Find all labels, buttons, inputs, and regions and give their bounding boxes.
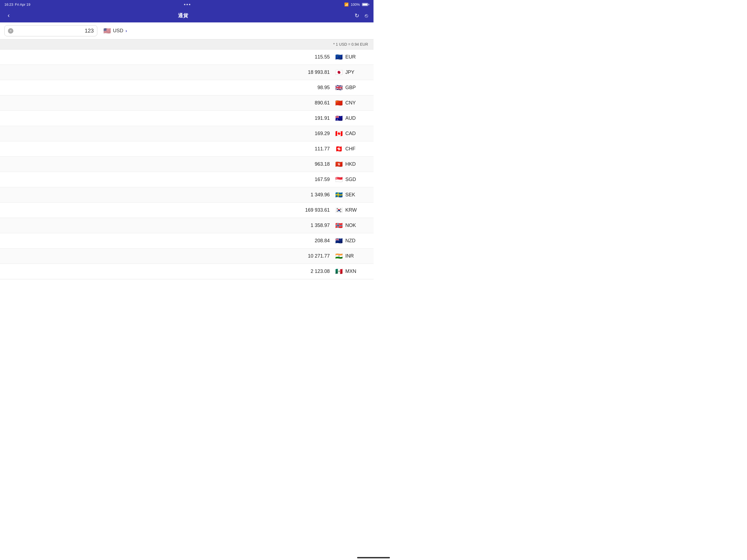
currency-row[interactable]: 18 993.81🇯🇵JPY: [0, 65, 374, 80]
currency-row[interactable]: 208.84🇳🇿NZD: [0, 233, 374, 249]
currency-amount: 115.55: [5, 54, 335, 60]
currency-code-label: AUD: [345, 116, 356, 121]
battery-tip: [368, 4, 369, 5]
currency-flag: 🇨🇦: [335, 130, 343, 137]
currency-row[interactable]: 115.55🇪🇺EUR: [0, 50, 374, 65]
amount-input-box[interactable]: × 123: [4, 25, 97, 36]
currency-flag-code: 🇮🇳INR: [335, 253, 368, 260]
currency-flag: 🇰🇷: [335, 207, 343, 214]
currency-amount: 18 993.81: [5, 70, 335, 75]
currency-flag: 🇦🇺: [335, 115, 343, 122]
currency-row[interactable]: 2 123.08🇲🇽MXN: [0, 264, 374, 279]
base-currency-code: USD: [113, 28, 123, 34]
currency-flag: 🇨🇭: [335, 146, 343, 153]
currency-row[interactable]: 169 933.61🇰🇷KRW: [0, 203, 374, 218]
currency-amount: 167.59: [5, 177, 335, 182]
currency-amount: 169.29: [5, 131, 335, 136]
currency-code-label: HKD: [345, 161, 356, 167]
currency-amount: 1 349.96: [5, 192, 335, 198]
currency-code-label: MXN: [345, 269, 356, 274]
currency-code-label: KRW: [345, 207, 357, 213]
share-icon[interactable]: ⎋: [365, 12, 368, 19]
back-button[interactable]: ‹: [5, 11, 12, 20]
currency-flag-code: 🇦🇺AUD: [335, 115, 368, 122]
battery-body: [362, 3, 368, 6]
currency-amount: 169 933.61: [5, 207, 335, 213]
currency-flag: 🇪🇺: [335, 54, 343, 61]
currency-row[interactable]: 10 271.77🇮🇳INR: [0, 249, 374, 264]
currency-row[interactable]: 451.75🇦🇪AED: [0, 279, 374, 280]
currency-flag-code: 🇬🇧GBP: [335, 84, 368, 91]
currency-flag-code: 🇳🇴NOK: [335, 222, 368, 229]
currency-code-label: EUR: [345, 54, 356, 60]
currency-amount: 208.84: [5, 238, 335, 244]
status-left: 16:23 Fri Apr 19: [4, 2, 30, 6]
currency-row[interactable]: 98.95🇬🇧GBP: [0, 80, 374, 96]
currency-code-label: JPY: [345, 70, 354, 75]
currency-flag-code: 🇭🇰HKD: [335, 161, 368, 168]
refresh-icon[interactable]: ↻: [355, 12, 359, 19]
status-center: [184, 4, 190, 5]
currency-row[interactable]: 169.29🇨🇦CAD: [0, 126, 374, 142]
currency-amount: 10 271.77: [5, 253, 335, 259]
currency-row[interactable]: 191.91🇦🇺AUD: [0, 111, 374, 126]
currency-amount: 963.18: [5, 161, 335, 167]
dot2: [186, 4, 188, 5]
currency-code-label: NOK: [345, 223, 356, 228]
currency-flag: 🇸🇪: [335, 192, 343, 199]
currency-row[interactable]: 963.18🇭🇰HKD: [0, 157, 374, 172]
currency-code-label: GBP: [345, 85, 356, 91]
currency-list: 115.55🇪🇺EUR18 993.81🇯🇵JPY98.95🇬🇧GBP890.6…: [0, 50, 374, 280]
currency-code-label: CHF: [345, 146, 356, 152]
currency-flag-code: 🇨🇳CNY: [335, 100, 368, 107]
dot1: [184, 4, 185, 5]
currency-code-label: SEK: [345, 192, 355, 198]
currency-selector[interactable]: 🇺🇸 USD ›: [101, 26, 130, 36]
input-row: × 123 🇺🇸 USD ›: [0, 22, 374, 40]
currency-flag: 🇳🇴: [335, 222, 343, 229]
currency-flag: 🇨🇳: [335, 100, 343, 107]
status-right: 📶 100%: [344, 2, 369, 6]
currency-row[interactable]: 890.61🇨🇳CNY: [0, 96, 374, 111]
clear-button[interactable]: ×: [8, 28, 14, 34]
currency-amount: 98.95: [5, 85, 335, 91]
currency-amount: 111.77: [5, 146, 335, 152]
currency-flag: 🇭🇰: [335, 161, 343, 168]
currency-flag: 🇸🇬: [335, 176, 343, 183]
currency-flag-code: 🇪🇺EUR: [335, 54, 368, 61]
dot3: [189, 4, 190, 5]
currency-code-label: CNY: [345, 100, 356, 106]
currency-flag-code: 🇨🇦CAD: [335, 130, 368, 137]
battery-fill: [363, 4, 367, 5]
rate-text: * 1 USD = 0.94 EUR: [333, 42, 368, 47]
currency-flag-code: 🇳🇿NZD: [335, 237, 368, 245]
status-bar: 16:23 Fri Apr 19 📶 100%: [0, 0, 374, 9]
battery-percent: 100%: [351, 2, 360, 6]
currency-code-label: INR: [345, 253, 354, 259]
currency-flag: 🇲🇽: [335, 268, 343, 275]
chevron-right-icon: ›: [126, 28, 127, 33]
rate-info-row: * 1 USD = 0.94 EUR: [0, 40, 374, 50]
currency-row[interactable]: 1 349.96🇸🇪SEK: [0, 187, 374, 203]
currency-row[interactable]: 1 358.97🇳🇴NOK: [0, 218, 374, 233]
currency-amount: 1 358.97: [5, 223, 335, 228]
battery-icon: [362, 3, 369, 6]
currency-flag: 🇬🇧: [335, 84, 343, 91]
currency-flag-code: 🇯🇵JPY: [335, 69, 368, 76]
currency-flag-code: 🇸🇬SGD: [335, 176, 368, 183]
base-currency-flag: 🇺🇸: [103, 27, 111, 34]
currency-amount: 191.91: [5, 116, 335, 121]
currency-row[interactable]: 111.77🇨🇭CHF: [0, 142, 374, 157]
status-date: Fri Apr 19: [15, 2, 30, 6]
currency-flag-code: 🇸🇪SEK: [335, 192, 368, 199]
currency-flag: 🇳🇿: [335, 237, 343, 245]
nav-actions: ↻ ⎋: [355, 12, 368, 19]
status-time: 16:23: [4, 2, 14, 6]
nav-bar: ‹ 通貨 ↻ ⎋: [0, 9, 374, 22]
currency-row[interactable]: 167.59🇸🇬SGD: [0, 172, 374, 187]
currency-flag: 🇮🇳: [335, 253, 343, 260]
currency-code-label: SGD: [345, 177, 356, 182]
page-title: 通貨: [178, 12, 188, 19]
wifi-icon: 📶: [344, 2, 349, 6]
currency-flag-code: 🇲🇽MXN: [335, 268, 368, 275]
